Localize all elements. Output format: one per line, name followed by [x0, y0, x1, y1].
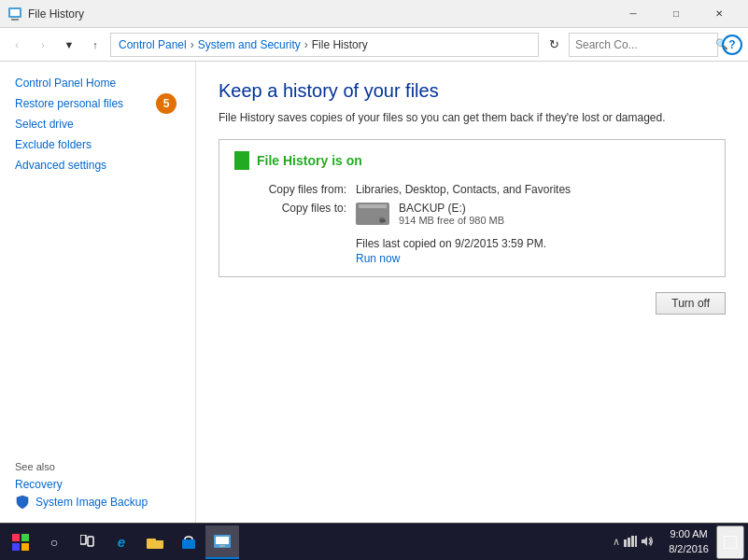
drive-space: 914 MB free of 980 MB: [399, 215, 504, 226]
tray-arrow-icon[interactable]: ∧: [613, 536, 620, 548]
sidebar-item-restore-personal-files[interactable]: Restore personal files 5: [0, 93, 195, 114]
search-input[interactable]: [575, 38, 715, 51]
svg-rect-5: [12, 543, 20, 551]
svg-rect-8: [88, 537, 93, 546]
sidebar-item-recovery[interactable]: Recovery: [0, 476, 195, 493]
taskbar-clock[interactable]: 9:00 AM 8/2/2016: [661, 527, 716, 556]
sidebar-spacer: [0, 175, 195, 454]
status-panel: File History is on Copy files from: Libr…: [219, 139, 726, 277]
back-button[interactable]: ‹: [6, 34, 28, 56]
taskbar-time-value: 9:00 AM: [669, 527, 709, 541]
address-bar: ‹ › ▼ ↑ Control Panel › System and Secur…: [0, 28, 748, 62]
maximize-button[interactable]: □: [655, 0, 698, 28]
turn-off-button[interactable]: Turn off: [656, 292, 726, 315]
last-copied-text: Files last copied on 9/2/2015 3:59 PM.: [356, 237, 710, 250]
shield-icon: [15, 495, 30, 510]
svg-rect-4: [21, 534, 29, 541]
volume-icon[interactable]: [641, 536, 654, 549]
sidebar-item-advanced-settings[interactable]: Advanced settings: [0, 155, 195, 175]
notification-button[interactable]: [716, 525, 744, 559]
copy-to-row: Copy files to: BACKUP (E:) 914 MB free o…: [234, 202, 710, 230]
task-view-icon[interactable]: [71, 525, 105, 559]
sidebar-item-system-image-backup[interactable]: System Image Backup: [0, 493, 195, 511]
store-icon[interactable]: [172, 525, 205, 559]
breadcrumb-sep-1: ›: [191, 38, 194, 51]
svg-rect-6: [21, 543, 29, 551]
title-bar: File History ─ □ ✕: [0, 0, 748, 28]
help-button[interactable]: ?: [722, 35, 742, 55]
recent-locations-button[interactable]: ▼: [58, 34, 80, 56]
refresh-button[interactable]: ↻: [543, 34, 565, 56]
sidebar-item-exclude-folders[interactable]: Exclude folders: [0, 134, 195, 155]
drive-name: BACKUP (E:): [399, 202, 504, 215]
minimize-button[interactable]: ─: [612, 0, 655, 28]
page-description: File History saves copies of your files …: [219, 111, 726, 124]
svg-rect-14: [216, 537, 229, 544]
page-title: Keep a history of your files: [219, 80, 726, 102]
svg-rect-21: [724, 536, 737, 549]
taskbar: ○ e ∧: [0, 523, 748, 560]
search-taskbar-icon[interactable]: ○: [37, 525, 71, 559]
search-box: 🔍: [569, 33, 718, 57]
main-area: Control Panel Home Restore personal file…: [0, 62, 748, 523]
file-history-taskbar-icon[interactable]: [205, 525, 239, 559]
svg-rect-10: [147, 540, 163, 549]
start-button[interactable]: [4, 525, 37, 559]
sidebar-item-select-drive[interactable]: Select drive: [0, 114, 195, 134]
content-area: Keep a history of your files File Histor…: [196, 62, 748, 523]
taskbar-system-tray: ∧: [605, 536, 661, 549]
close-button[interactable]: ✕: [698, 0, 741, 28]
title-bar-controls: ─ □ ✕: [612, 0, 741, 28]
svg-rect-3: [12, 534, 20, 541]
drive-info: BACKUP (E:) 914 MB free of 980 MB: [399, 202, 504, 226]
svg-rect-12: [182, 539, 195, 549]
copy-from-label: Copy files from:: [234, 183, 356, 196]
turn-off-row: Turn off: [219, 292, 726, 315]
up-button[interactable]: ↑: [84, 34, 106, 56]
breadcrumb-current: File History: [312, 38, 368, 51]
svg-rect-1: [10, 9, 20, 16]
svg-rect-18: [631, 536, 634, 547]
app-icon: [7, 7, 22, 21]
taskbar-date-value: 8/2/2016: [669, 542, 709, 556]
drive-row: BACKUP (E:) 914 MB free of 980 MB: [356, 202, 504, 226]
copy-to-label: Copy files to:: [234, 202, 356, 230]
svg-rect-19: [635, 536, 637, 547]
svg-rect-7: [80, 535, 86, 544]
forward-button[interactable]: ›: [32, 34, 54, 56]
see-also-label: See also: [0, 454, 195, 476]
sidebar: Control Panel Home Restore personal file…: [0, 62, 196, 523]
status-indicator: [234, 151, 249, 170]
breadcrumb-control-panel[interactable]: Control Panel: [119, 38, 187, 51]
breadcrumb-system-security[interactable]: System and Security: [198, 38, 301, 51]
drive-icon: [356, 203, 389, 225]
status-header: File History is on: [234, 151, 710, 170]
svg-marker-20: [642, 537, 647, 546]
edge-icon[interactable]: e: [105, 525, 138, 559]
run-now-link[interactable]: Run now: [356, 252, 710, 265]
svg-rect-2: [11, 19, 19, 21]
copy-from-row: Copy files from: Libraries, Desktop, Con…: [234, 183, 710, 196]
svg-rect-16: [624, 539, 627, 547]
network-icon[interactable]: [624, 536, 637, 549]
svg-rect-15: [219, 545, 225, 547]
title-bar-text: File History: [28, 7, 612, 21]
restore-badge: 5: [156, 93, 176, 114]
breadcrumb-bar: Control Panel › System and Security › Fi…: [110, 33, 539, 57]
breadcrumb-sep-2: ›: [304, 38, 308, 51]
svg-rect-11: [148, 539, 153, 541]
status-text: File History is on: [257, 153, 362, 168]
copy-from-value: Libraries, Desktop, Contacts, and Favori…: [356, 183, 571, 196]
explorer-icon[interactable]: [138, 525, 172, 559]
sidebar-item-control-panel-home[interactable]: Control Panel Home: [0, 73, 195, 93]
svg-rect-17: [628, 538, 630, 547]
